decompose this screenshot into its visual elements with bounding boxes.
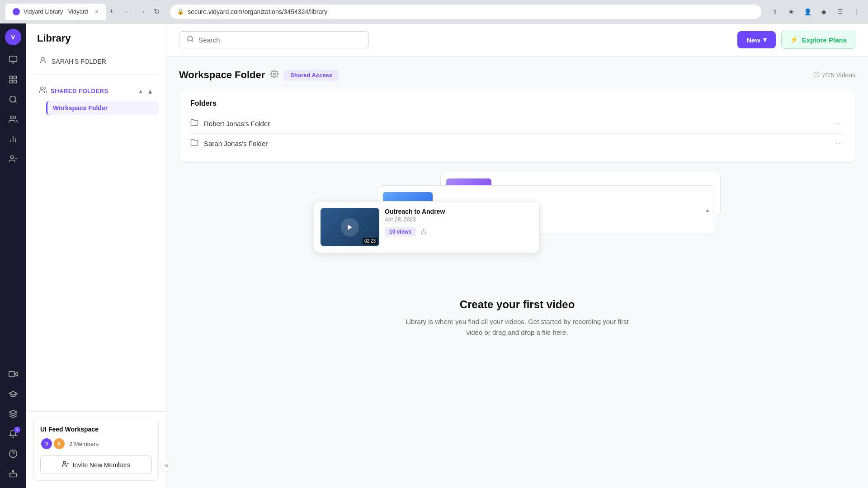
sidebar-item-home[interactable] xyxy=(4,51,22,69)
search-icon xyxy=(187,35,194,44)
sidebar-item-courses[interactable] xyxy=(4,385,22,403)
new-button[interactable]: New ▾ xyxy=(737,31,776,48)
main-content: New ▾ ⚡ Explore Plans Workspace Folder S… xyxy=(166,23,868,488)
browser-actions: ⇧ ★ 👤 ◆ ☰ ⋮ xyxy=(769,5,863,18)
sidebar: Library SARAH'S FOLDER SHARED F xyxy=(26,23,166,488)
svg-marker-15 xyxy=(14,372,17,376)
svg-rect-5 xyxy=(14,80,17,83)
video-views-badge: 10 views xyxy=(385,227,416,236)
sidebar-item-help[interactable] xyxy=(4,445,22,463)
tab-close-button[interactable]: × xyxy=(95,9,99,15)
svg-point-23 xyxy=(42,57,44,60)
video-share-button[interactable] xyxy=(420,228,427,236)
icon-bar: V 1 xyxy=(0,23,26,488)
folder-row-1: Sarah Jonas's Folder ··· xyxy=(190,134,844,153)
svg-rect-19 xyxy=(10,473,17,477)
shared-access-badge[interactable]: Shared Access xyxy=(284,70,339,81)
svg-point-9 xyxy=(10,116,14,119)
search-bar[interactable] xyxy=(179,31,369,48)
sidebar-item-videos[interactable] xyxy=(4,365,22,383)
reload-button[interactable]: ↻ xyxy=(150,5,163,18)
sidebar-item-analytics[interactable] xyxy=(4,130,22,148)
browser-tab[interactable]: Vidyard Library - Vidyard × xyxy=(5,4,106,20)
workspace-area: Workspace Folder Shared Access 7/25 Vide… xyxy=(166,56,868,369)
new-chevron-icon: ▾ xyxy=(763,36,767,44)
folders-card: Folders Robert Jonas's Folder ··· Sarah … xyxy=(179,90,855,163)
video-mid-expand[interactable]: ▲ xyxy=(705,207,710,213)
extensions-button[interactable]: ◆ xyxy=(817,5,830,18)
sidebar-item-notifications[interactable]: 1 xyxy=(4,425,22,443)
sidebar-item-contacts[interactable] xyxy=(4,150,22,168)
lock-icon: 🔒 xyxy=(177,9,184,15)
back-button[interactable]: ← xyxy=(121,5,134,18)
sidebar-item-team[interactable] xyxy=(4,110,22,128)
invite-icon xyxy=(62,460,69,469)
video-card-front[interactable]: 02:23 Outreach to Andrew Apr 28, 2023 10… xyxy=(314,201,540,253)
shared-folders-section: SHARED FOLDERS ▲ ▲ Workspace Folder xyxy=(26,79,166,120)
shared-folders-chevron: ▲ xyxy=(147,88,153,95)
sidebar-wrapper: Library SARAH'S FOLDER SHARED F xyxy=(26,23,166,488)
new-tab-button[interactable]: + xyxy=(109,7,114,16)
folder-more-0[interactable]: ··· xyxy=(835,120,844,128)
video-count: 7/25 Videos xyxy=(813,71,855,79)
shared-folders-header[interactable]: SHARED FOLDERS ▲ ▲ xyxy=(33,82,159,100)
folder-row-0: Robert Jonas's Folder ··· xyxy=(190,114,844,134)
workspace-name: UI Feed Workspace xyxy=(40,426,152,433)
sarahs-folder-label: SARAH'S FOLDER xyxy=(52,58,106,65)
invite-members-button[interactable]: Invite New Members xyxy=(40,455,152,474)
folder-name-1: Sarah Jonas's Folder xyxy=(204,140,835,147)
profile-button[interactable]: 👤 xyxy=(801,5,814,18)
sidebar-divider xyxy=(33,75,159,75)
forward-button[interactable]: → xyxy=(136,5,148,18)
sidebar-item-integrations[interactable] xyxy=(4,405,22,423)
sidebar-browser-button[interactable]: ☰ xyxy=(834,5,846,18)
folder-name-0: Robert Jonas's Folder xyxy=(204,120,835,127)
tab-title: Vidyard Library - Vidyard xyxy=(24,8,88,15)
invite-button-label: Invite New Members xyxy=(73,461,131,469)
sidebar-section-sarah: SARAH'S FOLDER xyxy=(26,52,166,71)
sidebar-item-bot[interactable] xyxy=(4,465,22,483)
shared-folders-label: SHARED FOLDERS xyxy=(51,88,134,94)
svg-point-13 xyxy=(10,156,14,159)
url-text: secure.vidyard.com/organizations/3454324… xyxy=(188,8,327,15)
video-actions: 10 views xyxy=(385,227,533,236)
svg-point-24 xyxy=(41,87,43,89)
workspace-avatar-1: 9 xyxy=(40,437,53,450)
share-browser-button[interactable]: ⇧ xyxy=(769,5,781,18)
more-browser-button[interactable]: ⋮ xyxy=(850,5,863,18)
video-count-text: 7/25 Videos xyxy=(822,71,855,79)
shared-folder-sub: Workspace Folder xyxy=(33,100,159,116)
empty-state-description: Library is where you find all your video… xyxy=(404,316,630,338)
sidebar-item-library[interactable] xyxy=(4,70,22,89)
app-layout: V 1 xyxy=(0,23,868,488)
empty-state: Create your first video Library is where… xyxy=(179,280,855,356)
svg-rect-16 xyxy=(9,371,14,377)
vidyard-favicon xyxy=(13,8,20,15)
bookmark-browser-button[interactable]: ★ xyxy=(785,5,797,18)
search-input[interactable] xyxy=(198,36,361,44)
header-right: New ▾ ⚡ Explore Plans xyxy=(737,31,855,49)
svg-point-7 xyxy=(10,96,16,102)
svg-point-25 xyxy=(63,461,66,464)
url-bar[interactable]: 🔒 secure.vidyard.com/organizations/34543… xyxy=(170,5,761,19)
user-avatar[interactable]: V xyxy=(5,29,21,45)
sidebar-header: Library xyxy=(26,23,166,52)
sarahs-folder-item[interactable]: SARAH'S FOLDER xyxy=(33,52,159,71)
workspace-members-count: 2 Members xyxy=(69,441,99,447)
browser-nav: ← → ↻ xyxy=(121,5,163,18)
sidebar-item-explore[interactable] xyxy=(4,90,22,108)
folder-more-1[interactable]: ··· xyxy=(835,140,844,148)
explore-plans-button[interactable]: ⚡ Explore Plans xyxy=(781,31,855,49)
folder-icon-0 xyxy=(190,118,198,129)
sidebar-collapse-button[interactable]: « xyxy=(160,459,173,472)
gear-button[interactable] xyxy=(270,70,278,80)
workspace-folder-nav-item[interactable]: Workspace Folder xyxy=(46,101,159,115)
notification-badge: 1 xyxy=(14,427,20,433)
svg-line-8 xyxy=(15,101,17,103)
svg-rect-3 xyxy=(10,76,13,79)
svg-rect-0 xyxy=(9,56,17,62)
workspace-meta: 9 6 2 Members xyxy=(40,437,152,450)
cursor-tooltip: ▲ xyxy=(138,88,143,94)
person-icon xyxy=(39,56,47,66)
video-title: Outreach to Andrew xyxy=(385,208,533,215)
